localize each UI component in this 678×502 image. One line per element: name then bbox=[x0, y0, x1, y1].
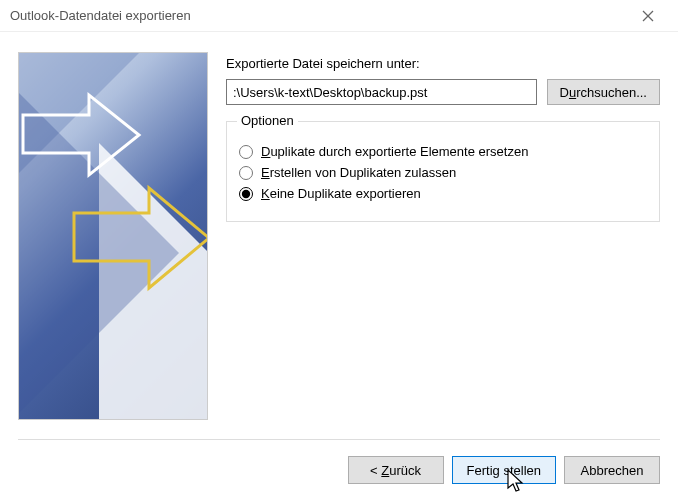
back-button[interactable]: < Zurück bbox=[348, 456, 444, 484]
path-row: Durchsuchen... bbox=[226, 79, 660, 105]
button-row: < Zurück Fertig stellen Abbrechen bbox=[348, 456, 660, 484]
back-button-label: < Zurück bbox=[370, 463, 421, 478]
close-button[interactable] bbox=[628, 0, 668, 32]
option-noexport-radio[interactable] bbox=[239, 187, 253, 201]
window-title: Outlook-Datendatei exportieren bbox=[10, 8, 628, 23]
wizard-image bbox=[18, 52, 208, 420]
export-path-input[interactable] bbox=[226, 79, 537, 105]
cancel-button[interactable]: Abbrechen bbox=[564, 456, 660, 484]
titlebar: Outlook-Datendatei exportieren bbox=[0, 0, 678, 32]
options-legend: Optionen bbox=[237, 113, 298, 128]
options-group: Optionen Duplikate durch exportierte Ele… bbox=[226, 121, 660, 222]
browse-button[interactable]: Durchsuchen... bbox=[547, 79, 660, 105]
browse-button-label: Durchsuchen... bbox=[560, 85, 647, 100]
option-allow-radio[interactable] bbox=[239, 166, 253, 180]
finish-button[interactable]: Fertig stellen bbox=[452, 456, 556, 484]
option-replace-radio[interactable] bbox=[239, 145, 253, 159]
option-replace[interactable]: Duplikate durch exportierte Elemente ers… bbox=[239, 144, 647, 159]
finish-button-label: Fertig stellen bbox=[467, 463, 541, 478]
save-under-label: Exportierte Datei speichern unter: bbox=[226, 56, 660, 71]
separator bbox=[18, 439, 660, 440]
content-area: Exportierte Datei speichern unter: Durch… bbox=[0, 32, 678, 428]
close-icon bbox=[642, 10, 654, 22]
option-replace-label: Duplikate durch exportierte Elemente ers… bbox=[261, 144, 528, 159]
cancel-button-label: Abbrechen bbox=[581, 463, 644, 478]
option-allow-label: Erstellen von Duplikaten zulassen bbox=[261, 165, 456, 180]
option-noexport[interactable]: Keine Duplikate exportieren bbox=[239, 186, 647, 201]
option-noexport-label: Keine Duplikate exportieren bbox=[261, 186, 421, 201]
form-pane: Exportierte Datei speichern unter: Durch… bbox=[226, 52, 660, 420]
option-allow[interactable]: Erstellen von Duplikaten zulassen bbox=[239, 165, 647, 180]
